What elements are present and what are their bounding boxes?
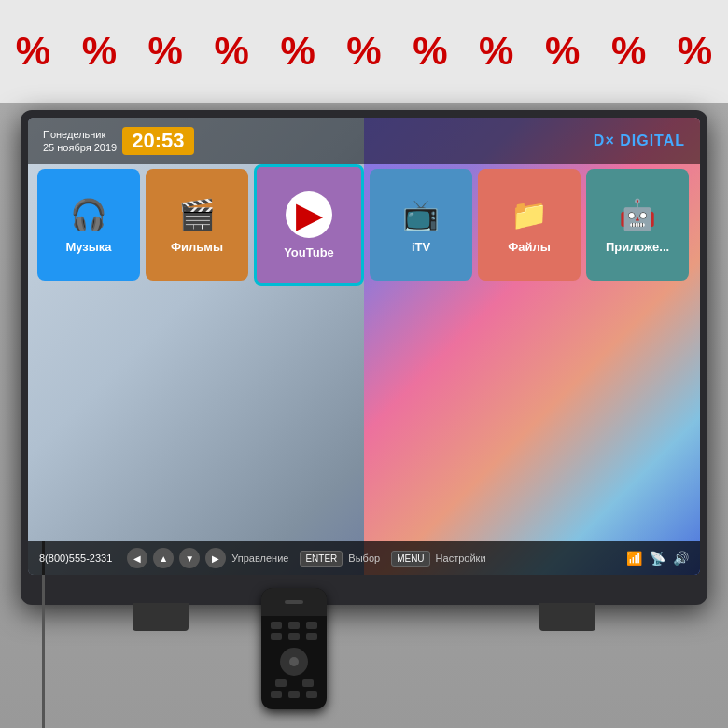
time-display: 20:53	[122, 127, 193, 155]
tv-screen: Понедельник 25 ноября 2019 20:53 D× DIGI…	[28, 118, 700, 575]
remote-btn[interactable]	[271, 691, 282, 698]
header-left: Понедельник 25 ноября 2019 20:53	[43, 127, 194, 155]
remote-btn[interactable]	[271, 622, 282, 629]
day-label: Понедельник	[43, 128, 117, 141]
remote-btn[interactable]	[275, 679, 287, 687]
remote-btn[interactable]	[288, 633, 300, 640]
remote-top	[261, 588, 327, 616]
remote-btn[interactable]	[288, 622, 300, 629]
tv-stand-right	[539, 603, 595, 631]
apps-label: Приложе...	[606, 240, 669, 254]
remote-dpad[interactable]	[280, 648, 308, 676]
itv-label: iTV	[412, 240, 430, 254]
movies-icon: 🎬	[178, 197, 216, 232]
nav-right-btn[interactable]: ▶	[205, 548, 226, 568]
app-tile-apps[interactable]: 🤖 Приложе...	[586, 169, 689, 281]
date-label: 25 ноября 2019	[43, 141, 117, 154]
itv-icon: 📺	[402, 197, 440, 232]
apps-icon: 🤖	[619, 197, 656, 232]
settings-label: Настройки	[436, 553, 486, 564]
header-right: D× DIGITAL	[594, 133, 685, 149]
remote-btn[interactable]	[302, 679, 314, 687]
remote-control[interactable]	[261, 588, 327, 709]
volume-icon: 🔊	[673, 551, 689, 566]
remote-btn-row-4	[267, 691, 321, 698]
remote-btn-row-3	[267, 679, 321, 687]
header-bar: Понедельник 25 ноября 2019 20:53 D× DIGI…	[28, 118, 700, 164]
nav-up-btn[interactable]: ▲	[153, 548, 174, 568]
menu-key[interactable]: MENU	[391, 551, 429, 567]
files-label: Файлы	[508, 240, 551, 254]
remote-btn-row-1	[267, 622, 321, 629]
remote-btn-row-2	[267, 633, 321, 640]
status-icons: 📶 📡 🔊	[626, 551, 689, 566]
remote-btn[interactable]	[271, 633, 282, 640]
remote-btn[interactable]	[306, 691, 317, 698]
brand-text: D× DIGITAL	[594, 133, 685, 148]
tv-stand-left	[133, 603, 189, 631]
remote-btn[interactable]	[306, 622, 317, 629]
brand-logo: D× DIGITAL	[594, 133, 685, 149]
music-icon: 🎧	[70, 197, 107, 232]
youtube-label: YouTube	[284, 245, 334, 259]
app-tile-youtube[interactable]: ▶ YouTube	[254, 164, 364, 286]
percent-banner: % % % % % % % % % % %	[0, 0, 728, 103]
bottom-bar: 8(800)555-2331 ◀ ▲ ▼ ▶ Управление ENTER …	[28, 541, 700, 575]
app-tile-itv[interactable]: 📺 iTV	[370, 169, 472, 281]
tv-frame: Понедельник 25 ноября 2019 20:53 D× DIGI…	[21, 110, 707, 605]
app-tile-movies[interactable]: 🎬 Фильмы	[146, 169, 248, 281]
control-label: Управление	[231, 553, 288, 564]
select-label: Выбор	[348, 553, 380, 564]
nav-down-btn[interactable]: ▼	[179, 548, 200, 568]
apps-row: 🎧 Музыка 🎬 Фильмы ▶ YouTube 📺 iTV 📁 Файл…	[28, 169, 700, 286]
phone-number: 8(800)555-2331	[39, 553, 112, 564]
wifi-icon: 📶	[626, 551, 642, 566]
files-icon: 📁	[511, 197, 548, 232]
remote-body	[261, 616, 327, 704]
movies-label: Фильмы	[171, 240, 223, 254]
remote-btn[interactable]	[288, 691, 300, 698]
signal-icon: 📡	[650, 551, 665, 566]
music-label: Музыка	[65, 240, 111, 254]
remote-btn[interactable]	[306, 633, 317, 640]
youtube-icon: ▶	[286, 191, 332, 238]
app-tile-music[interactable]: 🎧 Музыка	[37, 169, 140, 281]
enter-key[interactable]: ENTER	[300, 551, 343, 567]
app-tile-files[interactable]: 📁 Файлы	[478, 169, 581, 281]
nav-left-btn[interactable]: ◀	[127, 548, 147, 568]
date-block: Понедельник 25 ноября 2019	[43, 128, 117, 155]
